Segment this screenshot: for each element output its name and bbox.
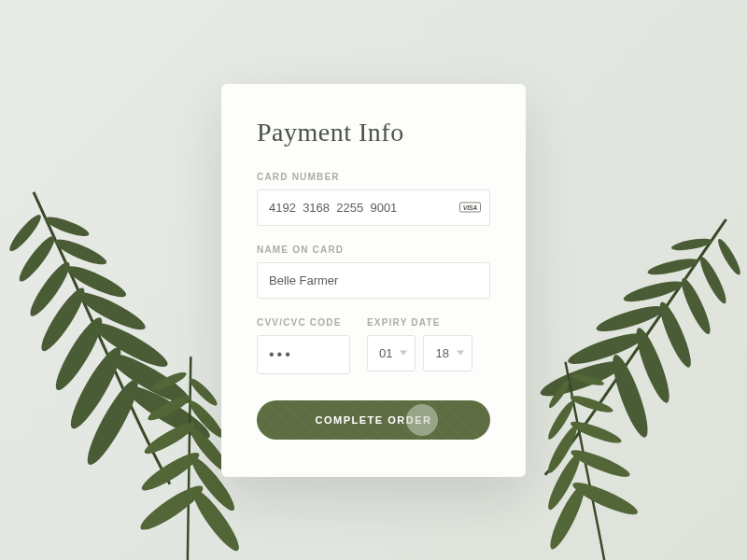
svg-point-44 xyxy=(570,477,641,520)
expiry-month-select[interactable]: 01 xyxy=(367,335,416,371)
svg-point-21 xyxy=(594,301,666,337)
svg-point-22 xyxy=(630,325,675,406)
svg-point-3 xyxy=(52,235,109,269)
svg-point-6 xyxy=(35,284,91,356)
svg-point-20 xyxy=(655,300,696,371)
svg-point-42 xyxy=(569,445,632,481)
svg-point-38 xyxy=(569,393,614,415)
svg-point-37 xyxy=(546,378,571,410)
svg-point-7 xyxy=(75,287,148,335)
name-on-card-input[interactable] xyxy=(257,262,490,299)
svg-point-16 xyxy=(697,255,730,306)
expiry-month-value: 01 xyxy=(379,346,392,360)
svg-point-12 xyxy=(80,374,146,469)
cvv-label: CVV/CVC CODE xyxy=(257,317,350,328)
svg-point-43 xyxy=(543,451,585,513)
svg-point-11 xyxy=(104,346,195,411)
name-on-card-wrap xyxy=(257,262,490,299)
svg-point-18 xyxy=(677,275,715,337)
chevron-down-icon xyxy=(400,351,407,356)
expiry-label: EXPIRY DATE xyxy=(367,317,490,328)
svg-point-14 xyxy=(715,237,744,277)
svg-point-28 xyxy=(146,391,194,424)
svg-point-13 xyxy=(121,378,215,445)
payment-card: Payment Info CARD NUMBER VISA NAME ON CA… xyxy=(221,84,526,477)
cvv-input[interactable] xyxy=(257,335,350,374)
svg-point-1 xyxy=(43,214,91,240)
cvv-col: CVV/CVC CODE xyxy=(257,317,350,374)
svg-point-40 xyxy=(569,418,624,447)
card-number-label: CARD NUMBER xyxy=(257,172,490,182)
svg-point-19 xyxy=(622,277,684,306)
expiry-col: EXPIRY DATE 01 18 xyxy=(367,317,490,374)
svg-point-25 xyxy=(537,355,626,402)
svg-point-5 xyxy=(63,261,129,302)
svg-point-0 xyxy=(6,212,44,255)
svg-point-4 xyxy=(25,259,75,321)
svg-point-34 xyxy=(136,480,207,536)
svg-point-45 xyxy=(545,483,590,553)
svg-point-32 xyxy=(138,447,204,496)
svg-point-10 xyxy=(63,343,128,434)
svg-point-26 xyxy=(150,370,188,394)
svg-point-35 xyxy=(187,485,245,555)
svg-point-41 xyxy=(544,423,581,475)
svg-point-36 xyxy=(571,371,605,387)
card-number-wrap: VISA xyxy=(257,189,490,226)
expiry-year-value: 18 xyxy=(435,346,448,360)
svg-point-9 xyxy=(90,316,172,373)
cvv-expiry-row: CVV/CVC CODE EXPIRY DATE 01 18 xyxy=(257,317,490,374)
svg-point-30 xyxy=(141,418,198,458)
visa-icon: VISA xyxy=(459,203,481,213)
svg-point-2 xyxy=(15,232,59,285)
page-title: Payment Info xyxy=(257,118,490,147)
svg-point-8 xyxy=(49,313,108,394)
svg-point-15 xyxy=(670,236,712,252)
svg-point-17 xyxy=(646,256,699,278)
chevron-down-icon xyxy=(457,351,464,356)
svg-point-23 xyxy=(565,328,646,370)
svg-point-27 xyxy=(187,375,219,408)
svg-point-24 xyxy=(607,352,655,441)
name-on-card-label: NAME ON CARD xyxy=(257,245,490,255)
card-number-input[interactable] xyxy=(257,189,490,226)
complete-order-button[interactable]: COMPLETE ORDER xyxy=(257,400,490,440)
svg-point-39 xyxy=(545,399,577,441)
expiry-select-group: 01 18 xyxy=(367,335,490,371)
expiry-year-select[interactable]: 18 xyxy=(423,335,472,371)
submit-label: COMPLETE ORDER xyxy=(316,414,432,426)
